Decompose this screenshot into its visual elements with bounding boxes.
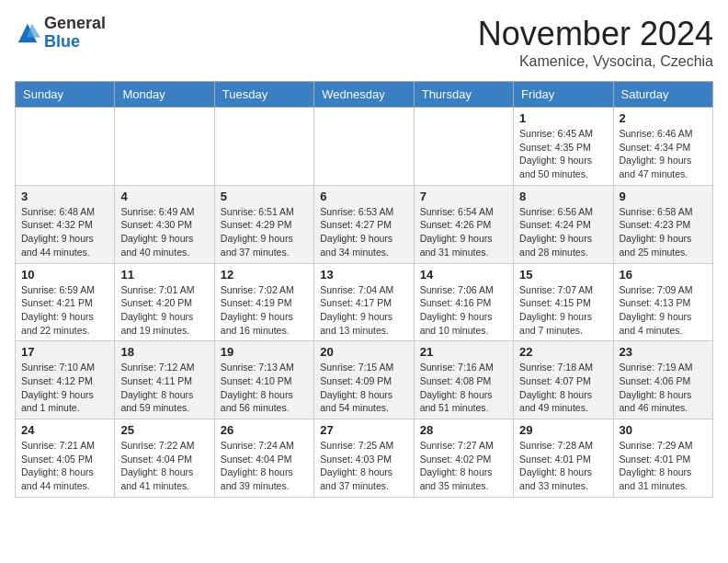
day-number: 9 bbox=[620, 190, 707, 203]
calendar-cell: 5Sunrise: 6:51 AM Sunset: 4:29 PM Daylig… bbox=[214, 185, 313, 263]
day-number: 10 bbox=[21, 268, 108, 282]
day-number: 4 bbox=[120, 190, 208, 203]
weekday-monday: Monday bbox=[115, 82, 214, 108]
day-info: Sunrise: 7:18 AM Sunset: 4:07 PM Dayligh… bbox=[519, 361, 607, 415]
calendar-cell: 12Sunrise: 7:02 AM Sunset: 4:19 PM Dayli… bbox=[214, 263, 313, 341]
weekday-thursday: Thursday bbox=[414, 82, 513, 108]
day-number: 1 bbox=[519, 111, 607, 125]
day-info: Sunrise: 7:09 AM Sunset: 4:13 PM Dayligh… bbox=[620, 283, 707, 338]
calendar-cell: 9Sunrise: 6:58 AM Sunset: 4:23 PM Daylig… bbox=[613, 185, 712, 263]
calendar-table: SundayMondayTuesdayWednesdayThursdayFrid… bbox=[15, 81, 713, 498]
calendar-cell: 20Sunrise: 7:15 AM Sunset: 4:09 PM Dayli… bbox=[314, 341, 414, 419]
day-number: 29 bbox=[519, 423, 607, 437]
calendar-cell: 21Sunrise: 7:16 AM Sunset: 4:08 PM Dayli… bbox=[414, 341, 513, 419]
weekday-tuesday: Tuesday bbox=[214, 82, 313, 108]
day-info: Sunrise: 6:53 AM Sunset: 4:27 PM Dayligh… bbox=[320, 205, 407, 259]
day-info: Sunrise: 7:22 AM Sunset: 4:04 PM Dayligh… bbox=[120, 439, 208, 493]
calendar-cell bbox=[414, 108, 513, 186]
weekday-saturday: Saturday bbox=[613, 82, 712, 108]
week-row-5: 24Sunrise: 7:21 AM Sunset: 4:05 PM Dayli… bbox=[16, 419, 713, 498]
calendar-cell: 11Sunrise: 7:01 AM Sunset: 4:20 PM Dayli… bbox=[115, 263, 214, 341]
day-number: 11 bbox=[120, 268, 208, 282]
day-info: Sunrise: 7:12 AM Sunset: 4:11 PM Dayligh… bbox=[120, 361, 208, 415]
day-number: 2 bbox=[620, 111, 707, 125]
calendar-cell: 13Sunrise: 7:04 AM Sunset: 4:17 PM Dayli… bbox=[314, 263, 414, 341]
calendar-cell: 17Sunrise: 7:10 AM Sunset: 4:12 PM Dayli… bbox=[16, 341, 115, 419]
calendar-cell: 7Sunrise: 6:54 AM Sunset: 4:26 PM Daylig… bbox=[414, 185, 513, 263]
calendar-cell: 19Sunrise: 7:13 AM Sunset: 4:10 PM Dayli… bbox=[214, 341, 313, 419]
day-info: Sunrise: 7:19 AM Sunset: 4:06 PM Dayligh… bbox=[620, 361, 707, 415]
day-info: Sunrise: 7:29 AM Sunset: 4:01 PM Dayligh… bbox=[620, 439, 707, 493]
calendar-cell: 14Sunrise: 7:06 AM Sunset: 4:16 PM Dayli… bbox=[414, 263, 513, 341]
calendar-cell: 23Sunrise: 7:19 AM Sunset: 4:06 PM Dayli… bbox=[613, 341, 712, 419]
weekday-header-row: SundayMondayTuesdayWednesdayThursdayFrid… bbox=[16, 82, 713, 108]
calendar-cell: 8Sunrise: 6:56 AM Sunset: 4:24 PM Daylig… bbox=[514, 185, 613, 263]
day-number: 6 bbox=[320, 190, 407, 203]
logo-text: General Blue bbox=[44, 15, 106, 52]
calendar-cell: 4Sunrise: 6:49 AM Sunset: 4:30 PM Daylig… bbox=[115, 185, 214, 263]
calendar-cell: 22Sunrise: 7:18 AM Sunset: 4:07 PM Dayli… bbox=[514, 341, 613, 419]
page-header: General Blue November 2024 Kamenice, Vys… bbox=[15, 15, 713, 70]
day-info: Sunrise: 7:02 AM Sunset: 4:19 PM Dayligh… bbox=[221, 283, 308, 338]
calendar-cell: 25Sunrise: 7:22 AM Sunset: 4:04 PM Dayli… bbox=[115, 419, 214, 498]
weekday-friday: Friday bbox=[514, 82, 613, 108]
day-number: 19 bbox=[221, 345, 308, 359]
day-info: Sunrise: 6:46 AM Sunset: 4:34 PM Dayligh… bbox=[620, 127, 707, 181]
calendar-cell bbox=[314, 108, 414, 186]
month-title: November 2024 bbox=[478, 15, 713, 53]
day-number: 28 bbox=[420, 423, 507, 437]
day-info: Sunrise: 7:10 AM Sunset: 4:12 PM Dayligh… bbox=[21, 361, 108, 415]
calendar-cell bbox=[214, 108, 313, 186]
day-number: 17 bbox=[21, 345, 108, 359]
day-number: 24 bbox=[21, 423, 108, 437]
week-row-3: 10Sunrise: 6:59 AM Sunset: 4:21 PM Dayli… bbox=[16, 263, 713, 341]
title-block: November 2024 Kamenice, Vysocina, Czechi… bbox=[478, 15, 713, 70]
day-number: 21 bbox=[420, 345, 507, 359]
calendar-cell: 10Sunrise: 6:59 AM Sunset: 4:21 PM Dayli… bbox=[16, 263, 115, 341]
calendar-body: 1Sunrise: 6:45 AM Sunset: 4:35 PM Daylig… bbox=[16, 108, 713, 498]
calendar-cell bbox=[16, 108, 115, 186]
calendar-cell: 27Sunrise: 7:25 AM Sunset: 4:03 PM Dayli… bbox=[314, 419, 414, 498]
day-info: Sunrise: 7:28 AM Sunset: 4:01 PM Dayligh… bbox=[519, 439, 607, 493]
calendar-cell: 26Sunrise: 7:24 AM Sunset: 4:04 PM Dayli… bbox=[214, 419, 313, 498]
day-info: Sunrise: 6:49 AM Sunset: 4:30 PM Dayligh… bbox=[120, 205, 208, 259]
calendar-cell: 30Sunrise: 7:29 AM Sunset: 4:01 PM Dayli… bbox=[613, 419, 712, 498]
calendar-cell bbox=[115, 108, 214, 186]
day-number: 30 bbox=[620, 423, 707, 437]
day-info: Sunrise: 7:01 AM Sunset: 4:20 PM Dayligh… bbox=[120, 283, 208, 338]
day-info: Sunrise: 6:48 AM Sunset: 4:32 PM Dayligh… bbox=[21, 205, 108, 259]
day-info: Sunrise: 7:25 AM Sunset: 4:03 PM Dayligh… bbox=[320, 439, 407, 493]
day-number: 14 bbox=[420, 268, 507, 282]
day-info: Sunrise: 7:07 AM Sunset: 4:15 PM Dayligh… bbox=[519, 283, 607, 338]
calendar-cell: 15Sunrise: 7:07 AM Sunset: 4:15 PM Dayli… bbox=[514, 263, 613, 341]
day-number: 15 bbox=[519, 268, 607, 282]
day-number: 18 bbox=[120, 345, 208, 359]
day-number: 13 bbox=[320, 268, 407, 282]
week-row-2: 3Sunrise: 6:48 AM Sunset: 4:32 PM Daylig… bbox=[16, 185, 713, 263]
calendar-cell: 6Sunrise: 6:53 AM Sunset: 4:27 PM Daylig… bbox=[314, 185, 414, 263]
day-number: 25 bbox=[120, 423, 208, 437]
logo: General Blue bbox=[15, 15, 106, 52]
day-info: Sunrise: 6:51 AM Sunset: 4:29 PM Dayligh… bbox=[221, 205, 308, 259]
day-info: Sunrise: 6:59 AM Sunset: 4:21 PM Dayligh… bbox=[21, 283, 108, 338]
day-info: Sunrise: 7:21 AM Sunset: 4:05 PM Dayligh… bbox=[21, 439, 108, 493]
calendar-cell: 29Sunrise: 7:28 AM Sunset: 4:01 PM Dayli… bbox=[514, 419, 613, 498]
calendar-cell: 2Sunrise: 6:46 AM Sunset: 4:34 PM Daylig… bbox=[613, 108, 712, 186]
day-number: 8 bbox=[519, 190, 607, 203]
calendar-cell: 24Sunrise: 7:21 AM Sunset: 4:05 PM Dayli… bbox=[16, 419, 115, 498]
day-info: Sunrise: 6:45 AM Sunset: 4:35 PM Dayligh… bbox=[519, 127, 607, 181]
day-info: Sunrise: 6:56 AM Sunset: 4:24 PM Dayligh… bbox=[519, 205, 607, 259]
calendar-cell: 28Sunrise: 7:27 AM Sunset: 4:02 PM Dayli… bbox=[414, 419, 513, 498]
day-number: 20 bbox=[320, 345, 407, 359]
day-info: Sunrise: 7:06 AM Sunset: 4:16 PM Dayligh… bbox=[420, 283, 507, 338]
calendar-cell: 1Sunrise: 6:45 AM Sunset: 4:35 PM Daylig… bbox=[514, 108, 613, 186]
day-number: 12 bbox=[221, 268, 308, 282]
day-number: 7 bbox=[420, 190, 507, 203]
day-info: Sunrise: 7:15 AM Sunset: 4:09 PM Dayligh… bbox=[320, 361, 407, 415]
day-info: Sunrise: 7:24 AM Sunset: 4:04 PM Dayligh… bbox=[221, 439, 308, 493]
day-number: 26 bbox=[221, 423, 308, 437]
logo-icon bbox=[15, 20, 40, 46]
calendar-cell: 16Sunrise: 7:09 AM Sunset: 4:13 PM Dayli… bbox=[613, 263, 712, 341]
day-number: 22 bbox=[519, 345, 607, 359]
week-row-4: 17Sunrise: 7:10 AM Sunset: 4:12 PM Dayli… bbox=[16, 341, 713, 419]
